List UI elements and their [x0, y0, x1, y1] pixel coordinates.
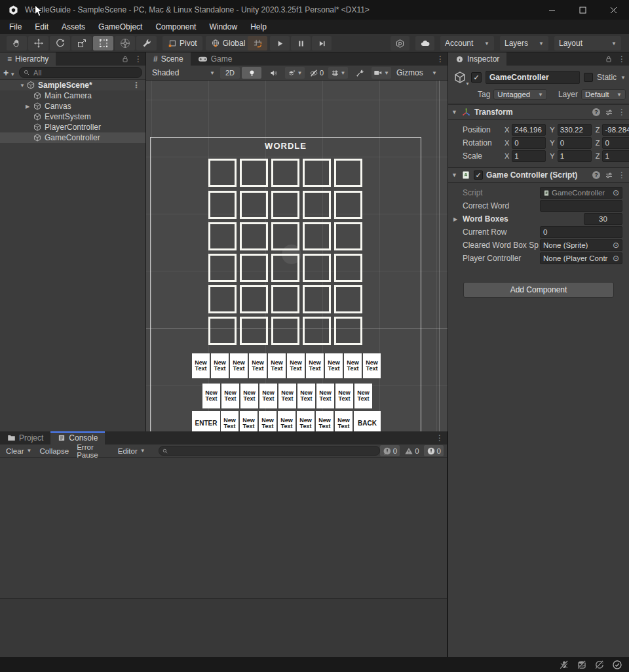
gameobject-name-field[interactable] — [486, 71, 580, 84]
console-search-input[interactable] — [170, 446, 377, 456]
kebab-menu-icon[interactable]: ⋮ — [436, 55, 444, 63]
hierarchy-search-input[interactable] — [32, 68, 138, 77]
gizmos-dropdown[interactable]: Gizmos ▼ — [393, 67, 440, 79]
menu-window[interactable]: Window — [202, 22, 244, 31]
account-dropdown[interactable]: Account▼ — [440, 36, 494, 50]
rotation-x-field[interactable]: 0 — [512, 137, 546, 149]
tab-hierarchy[interactable]: ≡ Hierarchy — [0, 52, 56, 66]
cloud-button[interactable] — [415, 36, 434, 50]
menu-help[interactable]: Help — [244, 22, 273, 31]
transform-tool-button[interactable] — [115, 36, 135, 50]
position-x-field[interactable]: 246.196 — [512, 124, 546, 136]
keyboard-key[interactable]: New Text — [259, 411, 276, 431]
keyboard-key[interactable]: New Text — [240, 384, 258, 408]
package-manager-button[interactable] — [391, 36, 410, 50]
object-picker-icon[interactable]: ⊙ — [611, 241, 619, 250]
keyboard-key[interactable]: New Text — [316, 411, 334, 431]
tab-game[interactable]: Game — [191, 52, 240, 66]
layers-dropdown[interactable]: Layers▼ — [500, 36, 548, 50]
keyboard-key[interactable]: New Text — [230, 353, 248, 378]
warning-count-toggle[interactable]: 0 — [402, 445, 421, 456]
collapse-button[interactable]: Collapse — [35, 445, 73, 457]
grid-snap-button[interactable] — [248, 36, 267, 50]
menu-file[interactable]: File — [3, 22, 28, 31]
object-field[interactable]: None (Player Contr⊙ — [540, 252, 622, 264]
foldout-icon[interactable]: ▼ — [451, 109, 458, 115]
menu-assets[interactable]: Assets — [55, 22, 92, 31]
bug-off-icon[interactable] — [559, 660, 569, 670]
move-tool-button[interactable] — [28, 36, 48, 50]
keyboard-key[interactable]: New Text — [221, 411, 238, 431]
object-picker-icon[interactable]: ⊙ — [611, 254, 619, 263]
keyboard-key[interactable]: New Text — [306, 353, 324, 378]
back-key[interactable]: BACK — [354, 411, 381, 431]
play-button[interactable] — [270, 36, 290, 50]
error-pause-button[interactable]: Error Pause — [73, 445, 114, 457]
hierarchy-item-playercontroller[interactable]: PlayerController — [0, 122, 145, 132]
pivot-toggle[interactable]: Pivot — [162, 36, 202, 50]
presets-icon[interactable] — [605, 108, 613, 117]
keyboard-key[interactable]: New Text — [297, 384, 315, 408]
minimize-button[interactable] — [537, 0, 567, 20]
layer-dropdown[interactable]: Default▼ — [581, 89, 626, 100]
keyboard-key[interactable]: New Text — [344, 353, 362, 378]
rotate-tool-button[interactable] — [50, 36, 70, 50]
object-picker-icon[interactable]: ⊙ — [611, 188, 619, 197]
lock-icon[interactable] — [605, 55, 613, 63]
maximize-button[interactable] — [567, 0, 598, 20]
script-header[interactable]: ▼ ✓ Game Controller (Script) ? ⋮ — [448, 167, 629, 183]
info-count-toggle[interactable]: 0 — [380, 445, 400, 456]
scene-viewport[interactable]: WORDLE New TextNew TextNew TextNew TextN… — [146, 81, 448, 431]
kebab-menu-icon[interactable]: ⋮ — [134, 55, 142, 63]
tag-dropdown[interactable]: Untagged▼ — [493, 89, 547, 100]
text-field[interactable] — [540, 200, 622, 212]
keyboard-key[interactable]: New Text — [192, 353, 210, 378]
object-field[interactable]: None (Sprite)⊙ — [540, 239, 622, 251]
chevron-down-icon[interactable]: ▼ — [26, 448, 31, 454]
rect-tool-button[interactable] — [93, 36, 113, 50]
tab-inspector[interactable]: Inspector — [448, 52, 506, 66]
error-count-toggle[interactable]: 0 — [424, 445, 444, 456]
keyboard-key[interactable]: New Text — [335, 411, 353, 431]
editor-dropdown[interactable]: Editor▼ — [114, 445, 149, 457]
static-checkbox[interactable] — [584, 73, 593, 82]
tab-scene[interactable]: # Scene — [146, 52, 191, 66]
step-button[interactable] — [312, 36, 332, 50]
2d-toggle[interactable]: 2D — [220, 67, 240, 79]
layout-dropdown[interactable]: Layout▼ — [554, 36, 621, 50]
camera-settings-button[interactable]: ▼ — [372, 67, 391, 79]
create-object-button[interactable]: +▼ — [3, 68, 15, 78]
kebab-menu-icon[interactable]: ⋮ — [618, 55, 626, 63]
console-searchbox[interactable] — [159, 446, 380, 456]
add-component-button[interactable]: Add Component — [463, 282, 614, 298]
foldout-icon[interactable]: ▼ — [451, 172, 458, 178]
lighting-toggle[interactable] — [242, 67, 261, 79]
keyboard-key[interactable]: New Text — [240, 411, 257, 431]
clear-button[interactable]: Clear▼ — [2, 445, 35, 457]
check-circle-icon[interactable] — [612, 660, 622, 670]
custom-tool-button[interactable] — [136, 36, 157, 50]
transform-header[interactable]: ▼ Transform ? ⋮ — [448, 104, 629, 120]
shading-mode-dropdown[interactable]: Shaded ▼ — [149, 67, 218, 79]
hierarchy-item-eventsystem[interactable]: EventSystem — [0, 111, 145, 122]
audio-toggle[interactable] — [263, 67, 283, 79]
keyboard-key[interactable]: New Text — [297, 411, 314, 431]
hidden-objects-button[interactable]: 0 — [307, 67, 326, 79]
keyboard-key[interactable]: New Text — [325, 353, 343, 378]
refresh-off-icon[interactable] — [594, 660, 605, 670]
keyboard-key[interactable]: New Text — [316, 384, 334, 408]
foldout-icon[interactable]: ▶ — [453, 216, 457, 222]
kebab-menu-icon[interactable]: ⋮ — [618, 171, 626, 179]
scale-y-field[interactable]: 1 — [558, 150, 592, 162]
keyboard-key[interactable]: New Text — [278, 411, 295, 431]
menu-gameobject[interactable]: GameObject — [92, 22, 149, 31]
array-size-field[interactable]: 30 — [584, 213, 622, 225]
scale-x-field[interactable]: 1 — [512, 150, 546, 162]
console-log-area[interactable] — [0, 458, 447, 599]
keyboard-key[interactable]: New Text — [268, 353, 286, 378]
keyboard-key[interactable]: New Text — [363, 353, 381, 378]
position-y-field[interactable]: 330.22 — [558, 124, 592, 136]
hierarchy-scene-row[interactable]: ▼SampleScene*⋮ — [0, 80, 145, 90]
script-object-field[interactable]: GameController⊙ — [540, 187, 622, 199]
foldout-icon[interactable]: ▼ — [18, 83, 26, 89]
